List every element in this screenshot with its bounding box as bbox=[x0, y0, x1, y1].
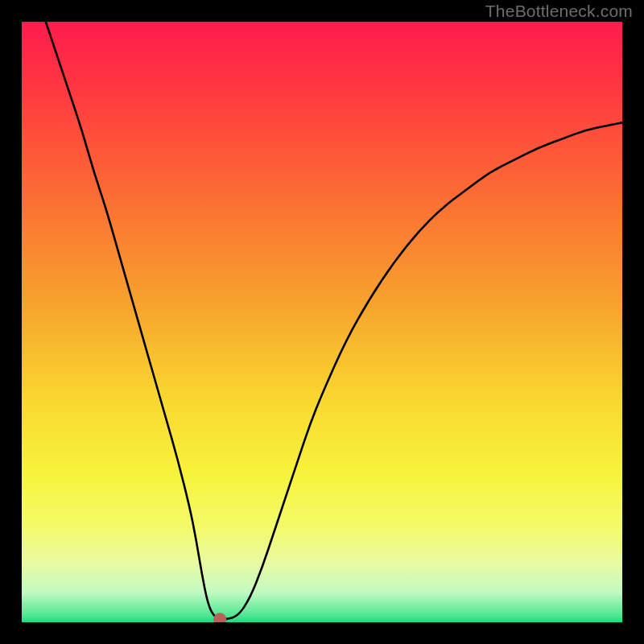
gradient-background bbox=[22, 22, 622, 622]
plot-svg bbox=[22, 22, 622, 622]
chart-frame: TheBottleneck.com bbox=[0, 0, 644, 644]
watermark-text: TheBottleneck.com bbox=[485, 2, 633, 21]
plot-area bbox=[22, 22, 622, 622]
